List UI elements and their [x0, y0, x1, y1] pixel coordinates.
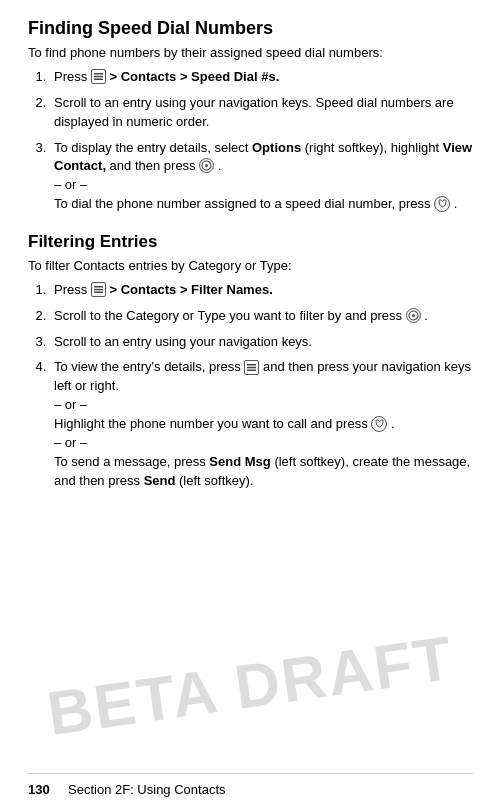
finding-speed-dial-steps: Press > Contacts > Speed Dial #s. Scroll… [50, 68, 473, 214]
svg-rect-5 [94, 286, 103, 288]
fstep3-text: Scroll to an entry using your navigation… [54, 334, 312, 349]
nav-button-icon-1 [199, 158, 214, 173]
fstep4-text-c: Highlight the phone number you want to c… [54, 416, 371, 431]
fstep4-period: . [391, 416, 395, 431]
step3-text-a: To display the entry details, select Opt… [54, 140, 472, 174]
fstep4-or2: – or – [54, 435, 87, 450]
svg-rect-11 [247, 366, 256, 368]
svg-rect-7 [94, 291, 103, 293]
finding-speed-dial-intro: To find phone numbers by their assigned … [28, 45, 473, 60]
fstep2-period: . [424, 308, 428, 323]
step1-text: > Contacts > Speed Dial #s. [109, 69, 279, 84]
svg-rect-6 [94, 289, 103, 291]
fstep4-text-a: To view the entry's details, press [54, 359, 244, 374]
menu-button-icon-2 [91, 282, 106, 297]
svg-point-4 [205, 164, 208, 167]
filter-step-4: To view the entry's details, press and t… [50, 358, 473, 490]
step3-or1: – or – [54, 177, 87, 192]
step1-press: Press [54, 69, 91, 84]
fstep4-text-d: To send a message, press Send Msg (left … [54, 454, 470, 488]
filter-step-3: Scroll to an entry using your navigation… [50, 333, 473, 352]
beta-draft-watermark: BETA DRAFT [0, 615, 501, 755]
fstep2-text: Scroll to the Category or Type you want … [54, 308, 406, 323]
svg-point-9 [412, 314, 415, 317]
finding-step-3: To display the entry details, select Opt… [50, 139, 473, 214]
menu-button-icon-1 [91, 69, 106, 84]
filtering-entries-steps: Press > Contacts > Filter Names. Scroll … [50, 281, 473, 490]
footer-page-number: 130 [28, 782, 68, 797]
svg-rect-2 [94, 79, 103, 81]
fstep1-press: Press [54, 282, 91, 297]
filter-step-1: Press > Contacts > Filter Names. [50, 281, 473, 300]
svg-rect-10 [247, 364, 256, 366]
step2-text: Scroll to an entry using your navigation… [54, 95, 454, 129]
fstep4-or1: – or – [54, 397, 87, 412]
page-content: Finding Speed Dial Numbers To find phone… [0, 0, 501, 557]
filtering-entries-title: Filtering Entries [28, 232, 473, 252]
send-button-icon-1 [434, 196, 450, 212]
page-footer: 130 Section 2F: Using Contacts [28, 773, 473, 797]
finding-step-1: Press > Contacts > Speed Dial #s. [50, 68, 473, 87]
finding-step-2: Scroll to an entry using your navigation… [50, 94, 473, 132]
finding-speed-dial-title: Finding Speed Dial Numbers [28, 18, 473, 39]
footer-section-label: Section 2F: Using Contacts [68, 782, 226, 797]
send-button-icon-2 [371, 416, 387, 432]
step3-end: . [454, 196, 458, 211]
nav-button-icon-2 [406, 308, 421, 323]
step3-period: . [218, 158, 222, 173]
step3-text-b: To dial the phone number assigned to a s… [54, 196, 434, 211]
svg-rect-12 [247, 369, 256, 371]
fstep1-text: > Contacts > Filter Names. [109, 282, 272, 297]
svg-rect-0 [94, 73, 103, 75]
filter-step-2: Scroll to the Category or Type you want … [50, 307, 473, 326]
svg-rect-1 [94, 76, 103, 78]
menu-button-icon-3 [244, 360, 259, 375]
filtering-entries-intro: To filter Contacts entries by Category o… [28, 258, 473, 273]
